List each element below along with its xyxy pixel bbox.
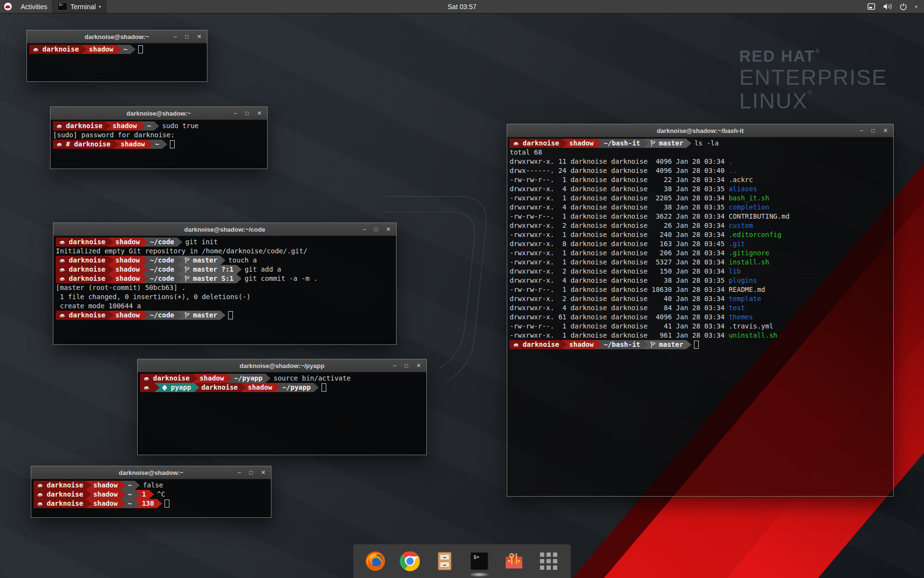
minimize-button[interactable]: – [363,223,366,236]
terminal-content[interactable]: darknoiseshadow~sudo true[sudo] password… [51,120,267,169]
prompt-segment-darkred: darknoise [56,311,114,320]
output-text: . [729,157,732,166]
chevron-down-icon[interactable]: ▾ [915,4,917,9]
terminal-line: darknoiseshadow~/pyappsource bin/activat… [140,374,426,383]
redhat-icon [143,376,150,381]
volume-icon[interactable] [883,3,892,10]
prompt-segment-gray2: master [643,340,692,349]
output-text: 1 file changed, 0 insertions(+), 0 delet… [56,292,251,302]
window-titlebar[interactable]: darknoise@shadow:~/pyapp–□✕ [138,359,426,372]
prompt-segment-red: shadow [192,374,232,383]
output-text: completion [729,203,769,212]
power-icon[interactable] [899,3,907,11]
output-text: drwxrwxr-x. 4 darknoise darknoise 84 Jan… [510,303,729,313]
terminal-content[interactable]: darknoiseshadow~falsedarknoiseshadow~1^C… [31,479,271,517]
window-titlebar[interactable]: darknoise@shadow:~/bash-it–□✕ [507,124,893,137]
display-icon[interactable] [867,3,875,10]
terminal-window-3: darknoise@shadow:~/pyapp–□✕darknoiseshad… [137,359,427,455]
output-text: drwxrwxr-x. 8 darknoise darknoise 163 Ja… [510,239,729,249]
dock-app-grid-icon[interactable] [537,550,560,573]
redhat-icon [143,385,150,390]
prompt-segment-red: shadow [108,256,148,265]
maximize-button[interactable]: □ [249,466,253,479]
window-titlebar[interactable]: darknoise@shadow:~/code–□✕ [53,223,396,236]
svg-text:$>: $> [474,554,480,560]
maximize-button[interactable]: □ [872,124,875,137]
output-text: CONTRIBUTING.md [729,212,789,221]
activities-button[interactable]: Activities [16,0,52,13]
terminal-content[interactable]: darknoiseshadow~ [27,43,207,81]
minimize-button[interactable]: – [393,359,397,372]
redhat-icon [59,267,65,272]
terminal-line: -rw-rw-r--. 1 darknoise darknoise 41 Jan… [510,322,893,331]
minimize-button[interactable]: – [174,30,177,43]
prompt-segment-red: shadow [108,237,148,247]
close-button[interactable]: ✕ [261,466,266,479]
dock-firefox-icon[interactable] [364,550,387,573]
maximize-button[interactable]: □ [405,359,408,372]
prompt-segment-darkred: darknoise [53,121,111,131]
redhat-icon [59,239,65,245]
output-text: [sudo] password for darknoise: [53,131,175,140]
terminal-content[interactable]: darknoiseshadow~/bash-itmasterls -latota… [507,137,893,496]
dock-chrome-icon[interactable] [398,550,422,573]
output-text: bash_it.sh [729,194,769,203]
terminal-line: drwxrwxr-x. 2 darknoise darknoise 150 Ja… [510,267,893,276]
close-button[interactable]: ✕ [416,359,421,372]
terminal-cursor [228,311,233,319]
dock-toolbox-icon[interactable] [502,550,526,573]
maximize-button[interactable]: □ [245,107,249,119]
app-menu-terminal[interactable]: $> Terminal ▾ [52,0,106,13]
branch-icon [184,266,190,273]
running-indicator [469,572,490,577]
maximize-button[interactable]: □ [185,30,189,43]
window-titlebar[interactable]: darknoise@shadow:~–□✕ [27,30,207,43]
prompt-segment-gray: ~/pyapp [275,383,319,392]
output-text: -rwxrwxr-x. 1 darknoise darknoise 240 Ja… [510,230,729,239]
prompt-segment-gray2: master [177,256,226,265]
close-button[interactable]: ✕ [197,30,202,43]
terminal-line: Initialized empty Git repository in /hom… [56,247,396,256]
output-text: -rwxrwxr-x. 1 darknoise darknoise 206 Ja… [510,249,729,258]
terminal-content[interactable]: darknoiseshadow~/codegit initInitialized… [53,236,396,344]
output-text: install.sh [729,258,769,267]
terminal-line: create mode 100644 a [56,302,396,311]
output-text: template [729,294,761,303]
terminal-line: -rwxrwxr-x. 1 darknoise darknoise 206 Ja… [510,249,893,258]
minimize-button[interactable]: – [238,466,241,479]
terminal-cursor [170,140,175,148]
minimize-button[interactable]: – [234,107,237,119]
terminal-line: -rwxrwxr-x. 1 darknoise darknoise 5327 J… [510,258,893,267]
output-text: .ackrc [729,175,753,184]
prompt-segment-red: shadow [562,139,602,148]
terminal-line: darknoiseshadow~/bash-itmasterls -la [510,139,893,148]
terminal-line: darknoiseshadow~130 [34,499,271,508]
window-titlebar[interactable]: darknoise@shadow:~–□✕ [51,107,267,120]
maximize-button[interactable]: □ [374,223,378,236]
prompt-segment-darkred: darknoise [140,374,198,383]
close-button[interactable]: ✕ [883,124,888,137]
dock-terminal-icon[interactable]: $> [468,550,491,573]
output-text: -rwxrwxr-x. 1 darknoise darknoise 2205 J… [510,194,729,203]
terminal-content[interactable]: darknoiseshadow~/pyappsource bin/activat… [138,372,426,455]
window-titlebar[interactable]: darknoise@shadow:~–□✕ [31,466,271,479]
prompt-segment-gray2: master ?:1 [177,265,242,274]
branch-icon [184,312,190,319]
prompt-segment-darkred: darknoise [510,340,567,349]
minimize-button[interactable]: – [860,124,863,137]
terminal-line: drwxrwxr-x. 61 darknoise darknoise 4096 … [510,313,893,322]
prompt-segment-darkred: darknoise [510,139,567,148]
terminal-line: [master (root-commit) 50bcb63] . [56,283,396,292]
prompt-segment-red: shadow [108,274,148,283]
clock[interactable]: Sat 03:57 [0,3,924,11]
output-text: custom [729,221,753,230]
dock-files-icon[interactable] [433,550,456,573]
close-button[interactable]: ✕ [257,107,262,119]
prompt-segment-red: shadow [108,265,148,274]
close-button[interactable]: ✕ [386,223,391,236]
terminal-line: -rw-rw-r--. 1 darknoise darknoise 18630 … [510,285,893,294]
output-text: -rw-rw-r--. 1 darknoise darknoise 18630 … [510,285,729,294]
terminal-cursor [694,341,699,349]
terminal-line: darknoiseshadow~/codemaster ?:1git add a [56,265,396,274]
prompt-segment-darkred: darknoise [34,490,91,499]
